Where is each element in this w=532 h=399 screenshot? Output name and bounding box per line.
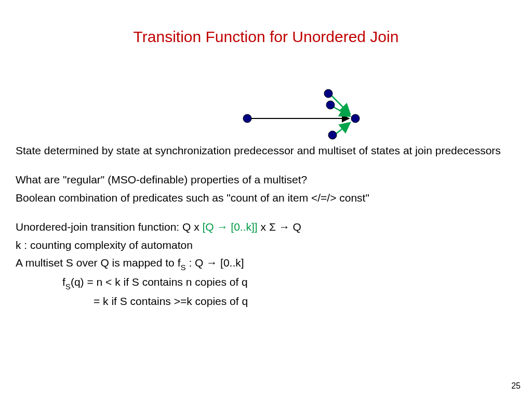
svg-point-4 [243, 114, 251, 123]
subscript: S [180, 263, 185, 272]
subscript: S [65, 282, 71, 291]
text-segment: : Q → [0..k] [186, 257, 244, 269]
join-diagram [229, 88, 384, 145]
svg-point-5 [324, 89, 332, 98]
text-green-segment: [Q → [0..k]] [203, 221, 258, 233]
slide-title: Transition Function for Unordered Join [16, 28, 516, 46]
text-segment: (q) = n < k if S contains n copies of q [71, 276, 248, 288]
paragraph-multiset-mapping: A multiset S over Q is mapped to fS : Q … [16, 255, 516, 272]
text-segment: A multiset S over Q is mapped to f [16, 257, 180, 269]
paragraph-boolean-combination: Boolean combination of predicates such a… [16, 190, 516, 206]
paragraph-regular-question: What are "regular" (MSO-definable) prope… [16, 172, 516, 188]
svg-point-8 [351, 114, 360, 123]
paragraph-fs-case1: fS(q) = n < k if S contains n copies of … [16, 274, 516, 291]
slide-body: State determined by state at synchroniza… [16, 143, 516, 312]
paragraph-state-determined: State determined by state at synchroniza… [16, 143, 516, 158]
svg-point-7 [328, 131, 337, 139]
text-segment: f [62, 276, 65, 288]
slide: Transition Function for Unordered Join S… [0, 0, 532, 399]
paragraph-fs-case2: = k if S contains >=k copies of q [16, 294, 516, 309]
svg-point-6 [326, 101, 335, 109]
paragraph-transition-function: Unordered-join transition function: Q x … [16, 219, 516, 235]
svg-line-3 [336, 123, 350, 134]
page-number: 25 [511, 381, 521, 391]
paragraph-counting-complexity: k : counting complexity of automaton [16, 237, 516, 253]
text-segment: Unordered-join transition function: Q x [16, 221, 203, 233]
text-segment: x Σ → Q [258, 221, 301, 233]
